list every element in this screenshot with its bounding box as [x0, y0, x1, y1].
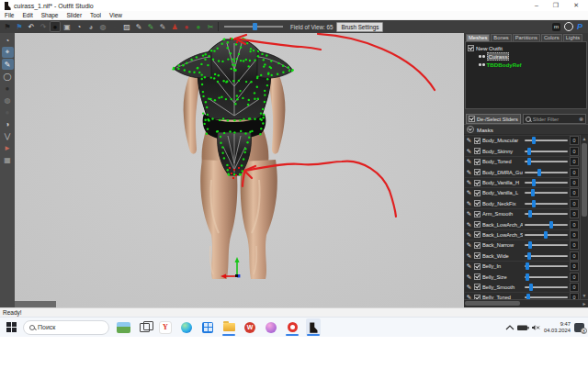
deflate-brush-icon[interactable]: ◕ [85, 21, 96, 32]
slider-checkbox[interactable] [474, 180, 481, 186]
slider-value[interactable]: 0 [570, 136, 579, 145]
slider-track[interactable] [525, 203, 568, 205]
store-button[interactable] [200, 318, 215, 336]
slider-value[interactable]: 0 [570, 220, 579, 229]
slider-checkbox[interactable] [474, 138, 481, 144]
slider-checkbox[interactable] [474, 148, 481, 154]
scroll-right-icon[interactable]: ► [581, 300, 588, 307]
tree-shape-label[interactable]: Cuirass [487, 52, 510, 61]
close-button[interactable]: ✕ [573, 0, 579, 11]
slider-edit-icon[interactable] [466, 179, 472, 186]
slider-checkbox[interactable] [474, 159, 481, 165]
slider-thumb[interactable] [532, 179, 536, 186]
slider-edit-icon[interactable] [466, 231, 472, 239]
tray-clock[interactable]: 9:47 04.03.2024 [544, 321, 571, 334]
vertex-edit-icon[interactable]: ✂ [205, 21, 216, 32]
viewport-3d[interactable] [15, 33, 464, 307]
slider-checkbox[interactable] [474, 231, 481, 238]
slider-track[interactable] [525, 276, 568, 278]
slider-thumb[interactable] [527, 252, 531, 260]
slider-thumb[interactable] [544, 231, 548, 239]
slider-checkbox[interactable] [474, 190, 481, 196]
slider-thumb[interactable] [528, 210, 532, 217]
edge-button[interactable] [179, 318, 194, 336]
fov-slider[interactable] [224, 26, 283, 28]
select-tool-icon[interactable]: ● [50, 21, 61, 32]
minimize-button[interactable]: – [535, 0, 538, 11]
fov-slider-thumb[interactable] [253, 23, 257, 30]
slider-track[interactable] [525, 286, 568, 288]
slider-track[interactable] [525, 224, 568, 226]
media-app-button[interactable] [264, 318, 278, 336]
vertical-scrollbar[interactable]: ▲ ▼ [580, 135, 588, 299]
slider-track[interactable] [525, 161, 568, 162]
slider-edit-icon[interactable] [466, 284, 472, 291]
slider-value[interactable]: 0 [570, 262, 579, 271]
transform-tool-icon[interactable]: ► [2, 142, 14, 153]
tree-shape-label[interactable]: TBDBodyRef [487, 61, 522, 68]
slider-checkbox[interactable] [474, 200, 481, 206]
slider-checkbox[interactable] [474, 273, 481, 280]
slider-edit-icon[interactable] [466, 210, 472, 217]
pin-tool-icon[interactable]: ⌖ [2, 47, 14, 58]
taskbar-search[interactable]: Поиск [23, 320, 109, 335]
slider-edit-icon[interactable] [466, 148, 472, 155]
slider-track[interactable] [525, 172, 568, 173]
green-sphere-icon[interactable]: ● [193, 21, 204, 32]
slider-thumb[interactable] [531, 189, 535, 196]
slider-checkbox[interactable] [474, 242, 481, 249]
deselect-checkbox[interactable] [469, 116, 475, 122]
smooth-brush-icon[interactable]: ◍ [97, 21, 108, 32]
slider-track[interactable] [525, 192, 568, 194]
visibility-eye-icon[interactable] [479, 63, 481, 66]
slider-edit-icon[interactable] [466, 241, 472, 249]
matrix-icon[interactable]: m [552, 23, 560, 31]
deselect-sliders-button[interactable]: De-/Select Sliders [466, 114, 521, 124]
slider-track[interactable] [525, 213, 568, 215]
yandex-browser-button[interactable]: Y [158, 318, 173, 336]
slider-value[interactable]: 0 [570, 178, 579, 187]
slider-value[interactable]: 0 [570, 209, 579, 218]
slider-track[interactable] [525, 255, 568, 257]
task-view-button[interactable] [137, 318, 152, 336]
slider-thumb[interactable] [527, 148, 531, 155]
slider-thumb[interactable] [529, 284, 533, 291]
slider-thumb[interactable] [526, 262, 529, 270]
panel-tab[interactable]: Partitions [513, 34, 540, 41]
pencil-tool-icon[interactable]: ✎ [2, 59, 14, 70]
slider-track[interactable] [525, 244, 568, 246]
view-rotate-icon[interactable]: ◔ [2, 35, 14, 46]
slider-checkbox[interactable] [474, 252, 481, 259]
slider-edit-icon[interactable] [466, 252, 472, 260]
panel-tab[interactable]: Lights [563, 34, 582, 41]
redo-icon[interactable]: ↷ [38, 21, 49, 32]
slider-edit-icon[interactable] [466, 262, 472, 270]
slider-edit-icon[interactable] [466, 221, 472, 229]
inflate-brush-icon[interactable]: ◔ [74, 21, 85, 32]
slider-filter-box[interactable]: Slider Filter ⊗ [523, 114, 586, 124]
slider-edit-icon[interactable] [466, 158, 472, 165]
paypal-icon[interactable]: P [577, 23, 582, 31]
slider-thumb[interactable] [549, 221, 553, 229]
masks-section-header[interactable]: Masks [464, 124, 588, 135]
slider-checkbox[interactable] [474, 211, 481, 217]
slider-checkbox[interactable] [474, 284, 481, 290]
mask-brush-icon[interactable]: ▣ [62, 21, 73, 32]
slider-value[interactable]: 0 [570, 251, 579, 261]
mask-sphere-icon[interactable]: ◑ [2, 118, 14, 129]
grid-tool-icon[interactable]: ▦ [2, 154, 14, 165]
move-brush-icon[interactable]: ● [109, 21, 120, 32]
red-sphere-icon[interactable]: ● [181, 21, 192, 32]
slider-value[interactable]: 0 [570, 199, 579, 208]
visibility-eye-icon[interactable] [479, 55, 481, 58]
new-project-icon[interactable]: ⚑ [2, 21, 13, 32]
color-brush-icon[interactable]: ✎ [145, 21, 156, 32]
file-explorer-button[interactable] [221, 318, 236, 336]
slider-value[interactable]: 0 [570, 147, 579, 156]
slider-track[interactable] [525, 265, 568, 267]
slider-track[interactable] [525, 234, 568, 236]
slider-track[interactable] [525, 139, 568, 141]
smooth-sphere-icon[interactable]: ◍ [2, 95, 14, 106]
slider-edit-icon[interactable] [466, 200, 472, 207]
chevron-down-icon[interactable] [467, 126, 474, 133]
